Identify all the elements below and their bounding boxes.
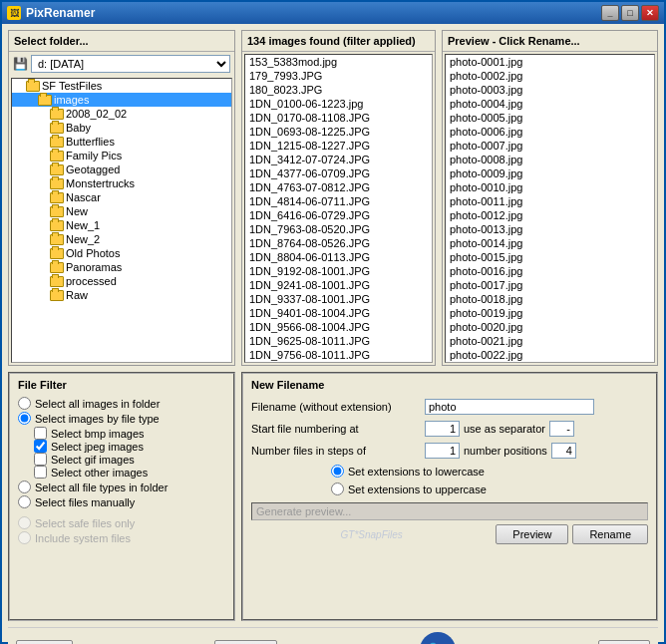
tree-item[interactable]: Monstertrucks — [12, 176, 231, 190]
preview-item[interactable]: photo-0022.jpg — [446, 348, 654, 362]
tree-item[interactable]: Baby — [12, 121, 231, 135]
folder-tree[interactable]: SF TestFilesimages2008_02_02BabyButterfl… — [11, 78, 232, 363]
main-window: 🖼 PixRenamer _ □ ✕ Select folder... 💾 d:… — [0, 0, 666, 644]
filter-manual[interactable]: Select files manually — [18, 495, 225, 508]
filter-all-images[interactable]: Select all images in folder — [18, 397, 225, 410]
preview-item[interactable]: photo-0002.jpg — [446, 69, 654, 83]
list-item[interactable]: 1DN_9566-08-1004.JPG — [245, 320, 432, 334]
list-item[interactable]: 1DN_7963-08-0520.JPG — [245, 222, 432, 236]
list-item[interactable]: 1DN_9756-08-1011.JPG — [245, 348, 432, 362]
preview-item[interactable]: photo-0007.jpg — [446, 139, 654, 153]
list-item[interactable]: 1DN_8804-06-0113.JPG — [245, 250, 432, 264]
preview-item[interactable]: photo-0017.jpg — [446, 278, 654, 292]
tree-item[interactable]: processed — [12, 274, 231, 288]
ext-uppercase-option[interactable]: Set extensions to uppercase — [331, 483, 487, 495]
preview-item[interactable]: photo-0005.jpg — [446, 111, 654, 125]
preview-item[interactable]: photo-0016.jpg — [446, 264, 654, 278]
tree-item[interactable]: Panoramas — [12, 260, 231, 274]
list-item[interactable]: 1DN_9625-08-1011.JPG — [245, 334, 432, 348]
tree-item[interactable]: images — [12, 93, 231, 107]
list-item[interactable]: 1DN_8764-08-0526.JPG — [245, 236, 432, 250]
folder-panel: Select folder... 💾 d: [DATA] SF TestFile… — [8, 30, 235, 366]
list-item[interactable]: 1DN_9337-08-1001.JPG — [245, 292, 432, 306]
tree-item[interactable]: SF TestFiles — [12, 79, 231, 93]
list-item[interactable]: 1DN_3412-07-0724.JPG — [245, 153, 432, 166]
list-item[interactable]: 1DN_4763-07-0812.JPG — [245, 180, 432, 194]
list-item[interactable]: 1DN_0170-08-1108.JPG — [245, 111, 432, 125]
tree-item-label: New_2 — [66, 233, 100, 245]
preview-item[interactable]: photo-0020.jpg — [446, 320, 654, 334]
preview-item[interactable]: photo-0006.jpg — [446, 125, 654, 139]
filter-jpeg[interactable]: Select jpeg images — [34, 440, 225, 453]
preview-item[interactable]: photo-0004.jpg — [446, 97, 654, 111]
list-item[interactable]: 1DN_4377-06-0709.JPG — [245, 166, 432, 180]
minimize-button[interactable]: _ — [601, 5, 619, 21]
list-item[interactable]: 1DN_0693-08-1225.JPG — [245, 125, 432, 139]
rename-button[interactable]: Rename — [572, 524, 648, 544]
tree-item-label: Panoramas — [66, 261, 122, 273]
preview-item[interactable]: photo-0014.jpg — [446, 236, 654, 250]
tree-item[interactable]: Nascar — [12, 190, 231, 204]
steps-row: Number files in steps of number position… — [251, 443, 648, 459]
list-item[interactable]: 1DN_0100-06-1223.jpg — [245, 97, 432, 111]
list-item[interactable]: 1DN_9192-08-1001.JPG — [245, 264, 432, 278]
exit-button[interactable]: Exit — [598, 640, 650, 644]
start-input[interactable] — [425, 421, 460, 437]
list-item[interactable]: 1DN_9401-08-1004.JPG — [245, 306, 432, 320]
tree-item[interactable]: 2008_02_02 — [12, 107, 231, 121]
preview-item[interactable]: photo-0018.jpg — [446, 292, 654, 306]
list-item[interactable]: 1DN_4814-06-0711.JPG — [245, 194, 432, 208]
numpos-input[interactable] — [551, 443, 576, 459]
maximize-button[interactable]: □ — [621, 5, 639, 21]
preview-btn-area: Preview Rename — [496, 524, 648, 544]
about-button[interactable]: About — [214, 640, 277, 644]
ext-lowercase-option[interactable]: Set extensions to lowercase — [331, 465, 487, 478]
steps-input[interactable] — [425, 443, 460, 459]
close-button[interactable]: ✕ — [641, 5, 659, 21]
filename-input[interactable] — [425, 399, 594, 415]
list-item[interactable]: 1DN_1215-08-1227.JPG — [245, 139, 432, 153]
list-item[interactable]: 180_8023.JPG — [245, 83, 432, 97]
preview-item[interactable]: photo-0010.jpg — [446, 180, 654, 194]
preview-item[interactable]: photo-0021.jpg — [446, 334, 654, 348]
tree-item[interactable]: Family Pics — [12, 149, 231, 162]
preview-item[interactable]: photo-0019.jpg — [446, 306, 654, 320]
preview-item[interactable]: photo-0015.jpg — [446, 250, 654, 264]
preview-item[interactable]: photo-0009.jpg — [446, 166, 654, 180]
tree-item[interactable]: New_1 — [12, 218, 231, 232]
preview-item[interactable]: photo-0011.jpg — [446, 194, 654, 208]
tree-item[interactable]: Raw — [12, 288, 231, 302]
tree-item-label: New — [66, 205, 88, 217]
folder-icon — [50, 276, 64, 287]
tree-item[interactable]: New_2 — [12, 232, 231, 246]
bottom-section: File Filter Select all images in folder … — [8, 372, 658, 621]
preview-item[interactable]: photo-0001.jpg — [446, 55, 654, 69]
filter-by-type[interactable]: Select images by file type — [18, 412, 225, 425]
drive-dropdown[interactable]: d: [DATA] — [31, 55, 230, 73]
sep-label: use as separator — [464, 423, 545, 435]
preview-item[interactable]: photo-0008.jpg — [446, 153, 654, 166]
app-logo: 🐦 — [420, 632, 456, 644]
filter-all-types[interactable]: Select all file types in folder — [18, 481, 225, 493]
filter-bmp[interactable]: Select bmp images — [34, 427, 225, 440]
tree-item-label: Raw — [66, 289, 88, 301]
tree-item[interactable]: Old Photos — [12, 246, 231, 260]
preview-list[interactable]: photo-0001.jpgphoto-0002.jpgphoto-0003.j… — [445, 54, 655, 363]
list-item[interactable]: 1DN_9241-08-1001.JPG — [245, 278, 432, 292]
tree-item[interactable]: Butterflies — [12, 135, 231, 149]
tree-item-label: SF TestFiles — [42, 80, 102, 92]
filter-gif[interactable]: Select gif images — [34, 453, 225, 466]
separator-input[interactable] — [549, 421, 574, 437]
list-item[interactable]: 179_7993.JPG — [245, 69, 432, 83]
preview-item[interactable]: photo-0012.jpg — [446, 208, 654, 222]
preview-button[interactable]: Preview — [496, 524, 568, 544]
list-item[interactable]: 1DN_6416-06-0729.JPG — [245, 208, 432, 222]
filter-other[interactable]: Select other images — [34, 466, 225, 479]
preview-item[interactable]: photo-0003.jpg — [446, 83, 654, 97]
file-list[interactable]: 153_5383mod.jpg179_7993.JPG180_8023.JPG1… — [244, 54, 433, 363]
preview-item[interactable]: photo-0013.jpg — [446, 222, 654, 236]
tree-item[interactable]: Geotagged — [12, 162, 231, 176]
list-item[interactable]: 153_5383mod.jpg — [245, 55, 432, 69]
help-button[interactable]: Help — [16, 640, 73, 644]
tree-item[interactable]: New — [12, 204, 231, 218]
